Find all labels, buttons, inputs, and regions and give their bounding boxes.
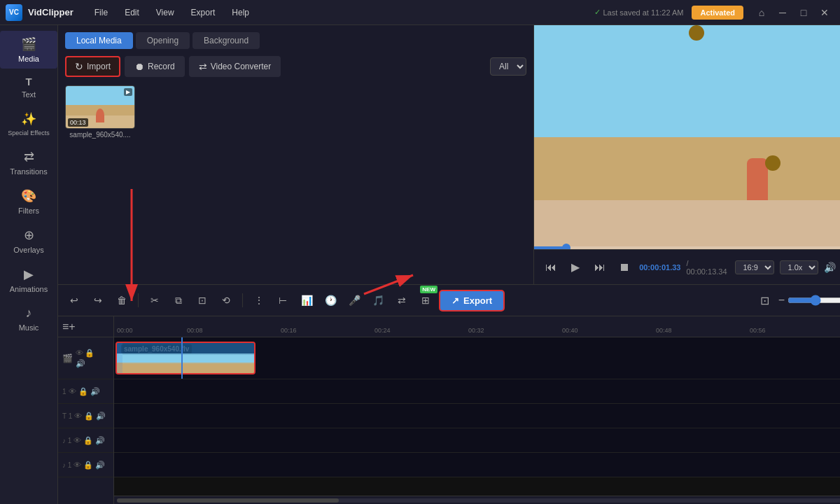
- video-converter-button[interactable]: ⇄ Video Converter: [189, 56, 281, 77]
- video-track-icon: 🎬: [62, 354, 73, 363]
- track3-vol[interactable]: 🔊: [96, 412, 106, 421]
- zoom-slider[interactable]: [788, 295, 840, 306]
- tab-bar: Local Media Opening Background: [65, 32, 526, 49]
- sidebar-label-music: Music: [19, 323, 39, 332]
- sidebar-item-animations[interactable]: ▶ Animations: [0, 261, 57, 299]
- window-controls: ⌂ ─ □ ✕: [752, 6, 834, 20]
- tab-opening[interactable]: Opening: [136, 32, 190, 49]
- video-track-label: 🎬 👁 🔒 🔊: [58, 337, 113, 379]
- menu-bar: File Edit View Export Help: [88, 5, 594, 20]
- timeline-left-panel: ≡+ 🎬 👁 🔒 🔊: [58, 316, 114, 504]
- timeline: ≡+ 🎬 👁 🔒 🔊: [58, 316, 840, 504]
- prev-frame-button[interactable]: ⏮: [541, 258, 560, 277]
- split-button[interactable]: ⋮: [248, 290, 270, 311]
- chart-button[interactable]: 📊: [296, 290, 317, 311]
- sidebar-item-media[interactable]: 🎬 Media: [0, 31, 57, 69]
- clock-button[interactable]: 🕐: [320, 290, 341, 311]
- ruler-mark-5: 00:40: [562, 327, 578, 334]
- menu-export[interactable]: Export: [184, 5, 223, 20]
- delete-button[interactable]: 🗑: [111, 290, 132, 311]
- redo-button[interactable]: ↪: [88, 290, 108, 311]
- scroll-track[interactable]: [117, 498, 840, 503]
- transition-btn[interactable]: ⇄: [391, 290, 412, 311]
- import-button[interactable]: ↻ Import: [65, 56, 120, 77]
- sidebar-label-text: Text: [22, 90, 36, 99]
- track4-vol[interactable]: 🔊: [95, 436, 105, 445]
- export-button[interactable]: ↗ Export: [439, 290, 505, 312]
- sidebar-item-overlays[interactable]: ⊕ Overlays: [0, 222, 57, 260]
- volume-icon[interactable]: 🔊: [824, 262, 836, 273]
- aspect-ratio-select[interactable]: 16:9: [735, 260, 774, 274]
- stop-button[interactable]: ⏹: [615, 258, 634, 277]
- sidebar-item-transitions[interactable]: ⇄ Transitions: [0, 144, 57, 181]
- audio-button[interactable]: 🎵: [368, 290, 388, 311]
- tab-background[interactable]: Background: [192, 32, 260, 49]
- video-track: sample_960x540.flv: [114, 337, 840, 379]
- close-button[interactable]: ✕: [815, 6, 834, 20]
- track5-eye[interactable]: 👁: [74, 461, 81, 469]
- maximize-button[interactable]: □: [794, 6, 813, 20]
- scroll-thumb[interactable]: [117, 498, 339, 503]
- track2-eye[interactable]: 👁: [69, 387, 76, 396]
- add-track-button[interactable]: ≡+: [62, 321, 76, 333]
- track-vol-button[interactable]: 🔊: [76, 359, 85, 368]
- trim-button[interactable]: ⊢: [272, 290, 293, 311]
- undo-button[interactable]: ↩: [64, 290, 85, 311]
- sidebar-item-special-effects[interactable]: ✨ Special Effects: [0, 106, 57, 142]
- media-item[interactable]: ▶ 00:13 sample_960x540....: [65, 85, 135, 139]
- record-button[interactable]: ⏺ Record: [125, 56, 185, 77]
- track-lock-button[interactable]: 🔒: [85, 349, 94, 358]
- minimize-button[interactable]: ─: [773, 6, 792, 20]
- main-layout: 🎬 Media T Text ✨ Special Effects ⇄ Trans…: [0, 25, 840, 504]
- transform-button[interactable]: ⟲: [216, 290, 237, 311]
- video-clip[interactable]: sample_960x540.flv: [115, 342, 255, 374]
- content-area: Local Media Opening Background ↻ Import …: [58, 25, 840, 504]
- save-status: ✓ Last saved at 11:22 AM: [594, 8, 684, 17]
- menu-help[interactable]: Help: [225, 5, 256, 20]
- fit-zoom-button[interactable]: ⊡: [755, 290, 776, 311]
- sidebar-item-filters[interactable]: 🎨 Filters: [0, 183, 57, 220]
- separator-2: [242, 293, 243, 307]
- menu-file[interactable]: File: [88, 5, 115, 20]
- track4-eye[interactable]: 👁: [74, 436, 81, 444]
- music-icon: ♪: [26, 306, 32, 321]
- play-button[interactable]: ▶: [566, 258, 584, 277]
- track5-vol[interactable]: 🔊: [95, 461, 105, 470]
- crop-button[interactable]: ⊡: [192, 290, 213, 311]
- filter-select[interactable]: All: [490, 57, 526, 76]
- ruler-mark-6: 00:48: [656, 327, 672, 334]
- menu-edit[interactable]: Edit: [118, 5, 146, 20]
- menu-view[interactable]: View: [149, 5, 181, 20]
- sidebar-item-text[interactable]: T Text: [0, 70, 57, 104]
- sidebar-item-music[interactable]: ♪ Music: [0, 300, 57, 337]
- next-frame-button[interactable]: ⏭: [590, 258, 609, 277]
- mic-button[interactable]: 🎤: [344, 290, 365, 311]
- home-button[interactable]: ⌂: [752, 6, 771, 20]
- tab-local-media[interactable]: Local Media: [65, 32, 133, 49]
- play-icon: ▶: [124, 88, 132, 96]
- sidebar-label-overlays: Overlays: [13, 246, 43, 254]
- progress-thumb[interactable]: [562, 244, 570, 249]
- track5-lock[interactable]: 🔒: [83, 461, 93, 470]
- track3-lock[interactable]: 🔒: [84, 412, 94, 421]
- track-eye-button[interactable]: 👁: [76, 349, 83, 358]
- track2-vol[interactable]: 🔊: [90, 387, 100, 396]
- copy-button[interactable]: ⧉: [168, 290, 189, 311]
- timeline-right-panel: 00:00 00:08 00:16 00:24 00:32 00:40 00:4…: [114, 316, 840, 504]
- track3-eye[interactable]: 👁: [74, 412, 82, 420]
- progress-bar[interactable]: [534, 246, 840, 249]
- filters-icon: 🎨: [21, 188, 36, 204]
- zoom-out-button[interactable]: −: [778, 294, 785, 307]
- playhead[interactable]: [181, 337, 183, 379]
- activated-button[interactable]: Activated: [692, 6, 743, 20]
- cut-button[interactable]: ✂: [144, 290, 165, 311]
- track2-num: 1: [62, 388, 66, 396]
- speed-select[interactable]: 1.0x: [780, 260, 818, 274]
- sidebar-label-animations: Animations: [10, 285, 48, 293]
- media-filename: sample_960x540....: [69, 131, 130, 139]
- track4-lock[interactable]: 🔒: [83, 436, 93, 445]
- edit-toolbar: ↩ ↪ 🗑 ✂ ⧉ ⊡ ⟲ ⋮ ⊢ 📊 🕐 🎤 🎵 ⇄ ⊞ NEW ↗ Expo…: [58, 284, 840, 316]
- media-panel: Local Media Opening Background ↻ Import …: [58, 25, 534, 284]
- track2-lock[interactable]: 🔒: [78, 387, 88, 396]
- sidebar: 🎬 Media T Text ✨ Special Effects ⇄ Trans…: [0, 25, 58, 504]
